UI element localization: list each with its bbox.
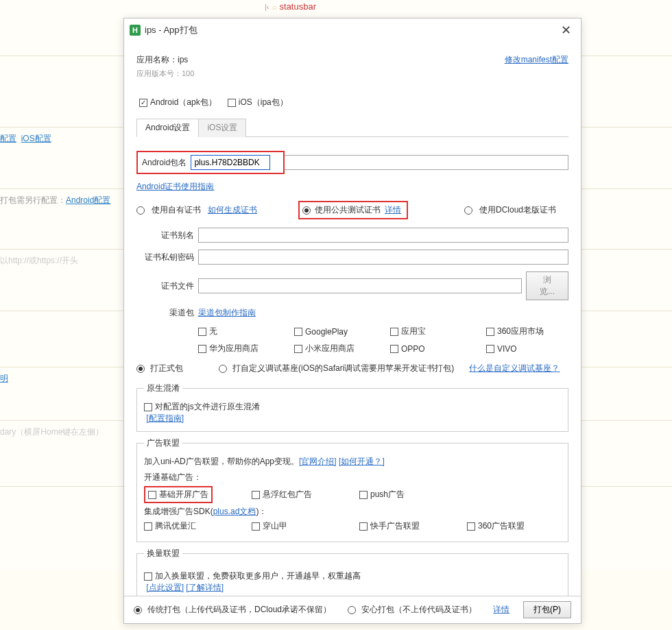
tag-icon: |‹ (265, 3, 269, 11)
native-mix-checkbox[interactable]: 对配置的js文件进行原生混淆 (144, 401, 561, 413)
dcloud-cert-label: 使用DCloud老版证书 (479, 204, 556, 216)
app-icon: H (130, 25, 141, 36)
ad-csj-label: 穿山甲 (263, 520, 287, 532)
swap-link1[interactable]: [点此设置] (146, 583, 184, 592)
how-gen-cert-link[interactable]: 如何生成证书 (208, 204, 257, 216)
ch-hw[interactable]: 华为应用商店 (198, 343, 280, 354)
cert-guide-link[interactable]: Android证书使用指南 (136, 182, 214, 191)
channel-guide-link[interactable]: 渠道包制作指南 (198, 307, 256, 319)
ch-360[interactable]: 360应用市场 (486, 326, 568, 337)
ad-sdk-post: )： (256, 507, 267, 516)
ch-none-label: 无 (209, 326, 217, 337)
cfg-guide-link[interactable]: [配置指南] (146, 413, 184, 423)
native-mix-label: 对配置的js文件进行原生混淆 (155, 401, 260, 413)
ch-oppo[interactable]: OPPO (390, 343, 472, 354)
tab-android[interactable]: Android设置 (136, 119, 199, 137)
ch-hw-label: 华为应用商店 (209, 343, 259, 354)
bg-link-cfg[interactable]: 配置 (0, 134, 16, 143)
ios-pkg-label: iOS（ipa包） (239, 97, 288, 108)
browse-button[interactable]: 浏览... (526, 271, 568, 300)
radio-public-cert[interactable] (302, 206, 311, 215)
cert-alias-input[interactable] (198, 228, 568, 243)
modify-manifest-link[interactable]: 修改manifest配置 (505, 54, 568, 66)
close-button[interactable]: ✕ (557, 21, 575, 39)
bg-link-ming[interactable]: 明 (0, 374, 8, 383)
ch-yyb[interactable]: 应用宝 (390, 326, 472, 337)
checkbox-android-pkg[interactable]: Android（apk包） (139, 97, 217, 108)
ad-basic-title: 开通基础广告： (144, 472, 561, 483)
radio-dcloud-cert[interactable] (464, 206, 472, 215)
cert-file-label: 证书文件 (145, 280, 194, 292)
ch-none[interactable]: 无 (198, 326, 280, 337)
ad-tx-checkbox[interactable]: 腾讯优量汇 (144, 520, 238, 532)
radio-own-cert[interactable] (136, 206, 145, 215)
ad-push-checkbox[interactable]: push广告 (359, 486, 453, 503)
app-name: ips (178, 55, 188, 64)
footer-detail-link[interactable]: 详情 (493, 604, 509, 616)
ch-yyb-label: 应用宝 (401, 326, 426, 337)
ad-fieldset: 广告联盟 加入uni-AD广告联盟，帮助你的App变现。[官网介绍] [如何开通… (136, 437, 568, 542)
ch-mi-label: 小米应用商店 (305, 343, 355, 354)
bg-url-hint: 以http://或https://开头 (0, 256, 78, 265)
traditional-label: 传统打包（上传代码及证书，DCloud承诺不保留） (147, 604, 331, 616)
public-cert-detail-link[interactable]: 详情 (385, 204, 401, 216)
ad-splash-checkbox[interactable]: 基础开屏广告 (148, 489, 208, 500)
ch-mi[interactable]: 小米应用商店 (294, 343, 376, 354)
swap-fieldset: 换量联盟 加入换量联盟，免费获取更多用户，开通越早，权重越高 [点此设置] [了… (136, 548, 568, 596)
bg-link-ioscfg[interactable]: iOS配置 (21, 134, 51, 143)
what-custom-link[interactable]: 什么是自定义调试基座？ (469, 363, 560, 374)
app-package-dialog: H ips - App打包 ✕ 应用名称：ips 应用版本号：100 修改man… (123, 18, 581, 624)
ad-sdk-link[interactable]: plus.ad文档 (213, 507, 256, 516)
ch-360-label: 360应用市场 (497, 326, 544, 337)
cert-alias-label: 证书别名 (145, 230, 194, 241)
window-title: ips - App打包 (145, 24, 557, 36)
native-mix-fieldset: 原生混淆 对配置的js文件进行原生混淆 [配置指南] (136, 383, 568, 432)
release-pack-label: 打正式包 (150, 363, 183, 374)
pkg-label: Android包名 (142, 157, 187, 169)
cert-pwd-label: 证书私钥密码 (145, 252, 194, 263)
ch-vivo-label: VIVO (497, 344, 517, 354)
app-ver: 100 (182, 69, 194, 77)
ad-intro-link2[interactable]: [如何开通？] (339, 457, 385, 466)
ad-ks-label: 快手广告联盟 (370, 520, 420, 532)
statusbar-text: statusbar (280, 1, 316, 12)
ad-ks-checkbox[interactable]: 快手广告联盟 (359, 520, 453, 532)
ch-gp[interactable]: GooglePlay (294, 326, 376, 337)
radio-release-pack[interactable] (136, 365, 145, 373)
public-cert-highlight: 使用公共测试证书 详情 (298, 201, 408, 219)
package-name-input[interactable] (191, 155, 270, 170)
package-button[interactable]: 打包(P) (523, 601, 571, 618)
ad-redpack-label: 悬浮红包广告 (263, 489, 312, 500)
safe-label: 安心打包（不上传代码及证书） (361, 604, 477, 616)
ad-intro-link1[interactable]: [官网介绍] (299, 457, 337, 466)
ad-intro: 加入uni-AD广告联盟，帮助你的App变现。 (144, 457, 299, 466)
bg-link-androidcfg[interactable]: Android配置 (66, 195, 110, 205)
ad-360-checkbox[interactable]: 360广告联盟 (467, 520, 561, 532)
cert-pwd-input[interactable] (198, 250, 568, 265)
checkbox-ios-pkg[interactable]: iOS（ipa包） (228, 97, 288, 108)
ad-csj-checkbox[interactable]: 穿山甲 (252, 520, 346, 532)
bg-pack-pre: 打包需另行配置： (0, 195, 66, 205)
ch-gp-label: GooglePlay (305, 327, 348, 337)
ad-push-label: push广告 (370, 489, 405, 500)
custom-pack-label: 打自定义调试基座(iOS的Safari调试需要用苹果开发证书打包) (232, 363, 454, 374)
cert-file-input[interactable] (198, 278, 522, 293)
ch-oppo-label: OPPO (401, 344, 425, 354)
package-name-highlight: Android包名 (136, 151, 285, 174)
swap-link2[interactable]: [了解详情] (186, 583, 224, 592)
ad-redpack-checkbox[interactable]: 悬浮红包广告 (252, 486, 346, 503)
ad-legend: 广告联盟 (144, 437, 182, 449)
ch-vivo[interactable]: VIVO (486, 343, 568, 354)
own-cert-label: 使用自有证书 (152, 204, 201, 216)
ad-sdk-pre: 集成增强广告SDK( (144, 507, 213, 516)
radio-custom-pack[interactable] (219, 365, 227, 373)
search-icon: ⌕ (272, 3, 277, 11)
native-legend: 原生混淆 (144, 383, 182, 394)
swap-checkbox[interactable]: 加入换量联盟，免费获取更多用户，开通越早，权重越高 (144, 570, 561, 582)
android-pkg-label: Android（apk包） (150, 97, 217, 108)
tab-ios[interactable]: iOS设置 (198, 119, 246, 137)
radio-traditional[interactable] (134, 606, 142, 614)
app-name-label: 应用名称： (136, 55, 178, 64)
channel-label: 渠道包 (145, 307, 194, 319)
radio-safe[interactable] (348, 606, 356, 614)
